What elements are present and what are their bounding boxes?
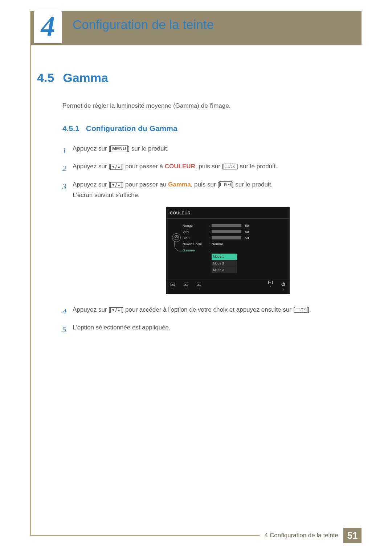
down-icon: ▾▾ bbox=[184, 283, 188, 290]
step-2: 2 Appuyez sur [▼/▲] pour passer à COULEU… bbox=[62, 161, 353, 175]
footer-stripe bbox=[30, 535, 260, 536]
up-down-arrow-icon: ▼/▲ bbox=[110, 182, 122, 188]
slider-bar bbox=[212, 236, 241, 239]
svg-rect-2 bbox=[221, 183, 225, 186]
step-body: Appuyez sur [▼/▲] pour passer à COULEUR,… bbox=[73, 161, 353, 172]
page-footer: 4 Configuration de la teinte 51 bbox=[30, 528, 362, 543]
section-title: Gamma bbox=[63, 71, 108, 85]
step-body: L'option sélectionnée est appliquée. bbox=[73, 323, 353, 333]
palette-icon bbox=[172, 233, 181, 242]
enter-source-icon: / bbox=[224, 164, 236, 169]
subsection-heading: 4.5.1Configuration du Gamma bbox=[62, 124, 353, 133]
target-couleur: COULEUR bbox=[165, 163, 195, 170]
osd-row-nuance: Nuance coul.: Normal bbox=[183, 241, 286, 247]
steps-list: 1 Appuyez sur [MENU] sur le produit. 2 A… bbox=[62, 144, 353, 336]
up-icon: ▴▾ bbox=[197, 283, 201, 290]
step-text: Appuyez sur [ bbox=[73, 181, 110, 188]
osd-label: Rouge bbox=[183, 223, 209, 229]
sidebar-stripe bbox=[30, 11, 31, 536]
step-text: , puis sur [ bbox=[195, 163, 224, 170]
osd-screenshot: COULEUR Rouge: 50 bbox=[166, 207, 290, 294]
subsection-title: Configuration du Gamma bbox=[86, 124, 177, 132]
step-number: 3 bbox=[62, 180, 73, 193]
step-text: ] sur le produit. bbox=[232, 181, 273, 188]
page-number: 51 bbox=[343, 528, 362, 543]
osd-label: Bleu bbox=[183, 235, 209, 241]
subsection-number: 4.5.1 bbox=[62, 124, 79, 132]
up-down-arrow-icon: ▼/▲ bbox=[110, 164, 122, 170]
enter-icon: ↵▾ bbox=[268, 281, 273, 292]
osd-footer: ◂▾ ▾▾ ▴▾ ↵▾ ⏻▾ bbox=[166, 279, 290, 294]
step-number: 1 bbox=[62, 144, 73, 157]
osd-gamma-dropdown: Mode 1 Mode 2 Mode 3 bbox=[212, 253, 237, 273]
osd-value: 50 bbox=[245, 235, 249, 241]
step-text: ] sur le produit. bbox=[128, 145, 168, 152]
svg-rect-0 bbox=[225, 165, 229, 168]
step-body: Appuyez sur [▼/▲] pour accéder à l'optio… bbox=[73, 305, 353, 315]
power-icon: ⏻▾ bbox=[281, 281, 285, 292]
section-heading: 4.5Gamma bbox=[37, 71, 353, 85]
step-number: 5 bbox=[62, 323, 73, 336]
osd-row-bleu: Bleu: 50 bbox=[183, 235, 286, 241]
osd-rows: Rouge: 50 Vert: 50 Bleu: bbox=[183, 222, 286, 273]
dropdown-option: Mode 3 bbox=[212, 267, 237, 273]
step-text: ]. bbox=[307, 306, 311, 313]
step-body: Appuyez sur [▼/▲] pour passer au Gamma, … bbox=[73, 180, 353, 300]
enter-source-icon: / bbox=[219, 181, 232, 187]
osd-value: 50 bbox=[245, 223, 249, 229]
step-text: Appuyez sur [ bbox=[73, 306, 110, 313]
osd-row-gamma: Gamma: bbox=[183, 247, 286, 253]
osd-body: Rouge: 50 Vert: 50 Bleu: bbox=[166, 219, 290, 279]
osd-arc-line bbox=[174, 241, 183, 251]
osd-label: Nuance coul. bbox=[183, 241, 209, 247]
step-text: , puis sur [ bbox=[191, 181, 219, 188]
osd-row-rouge: Rouge: 50 bbox=[183, 222, 286, 229]
chapter-title: Configuration de la teinte bbox=[73, 17, 214, 32]
osd-left-column bbox=[170, 222, 183, 273]
dropdown-option-selected: Mode 1 bbox=[212, 253, 237, 260]
chapter-badge: 4 bbox=[34, 9, 62, 43]
section-number: 4.5 bbox=[37, 71, 54, 85]
section-content: 4.5Gamma Permet de régler la luminosité … bbox=[37, 71, 353, 341]
step-4: 4 Appuyez sur [▼/▲] pour accéder à l'opt… bbox=[62, 305, 353, 318]
osd-label: Gamma bbox=[183, 247, 209, 253]
back-icon: ◂▾ bbox=[171, 283, 175, 290]
step-text: L'écran suivant s'affiche. bbox=[73, 192, 140, 198]
step-text: ] pour passer à bbox=[122, 163, 165, 170]
slider-bar bbox=[212, 224, 241, 227]
step-text: ] sur le produit. bbox=[236, 163, 277, 170]
step-1: 1 Appuyez sur [MENU] sur le produit. bbox=[62, 144, 353, 157]
step-body: Appuyez sur [MENU] sur le produit. bbox=[73, 144, 353, 154]
osd-label: Vert bbox=[183, 229, 209, 235]
step-text: ] pour accéder à l'option de votre choix… bbox=[122, 306, 295, 313]
step-5: 5 L'option sélectionnée est appliquée. bbox=[62, 323, 353, 336]
menu-button-icon: MENU bbox=[110, 145, 128, 152]
enter-source-icon: / bbox=[295, 307, 307, 313]
osd-value: Normal bbox=[212, 241, 223, 247]
dropdown-option: Mode 2 bbox=[212, 260, 237, 267]
footer-chapter-text: 4 Configuration de la teinte bbox=[260, 532, 343, 539]
osd-title: COULEUR bbox=[166, 207, 290, 219]
target-gamma: Gamma bbox=[168, 181, 191, 188]
osd-row-vert: Vert: 50 bbox=[183, 229, 286, 235]
step-number: 4 bbox=[62, 305, 73, 318]
slider-bar bbox=[212, 230, 241, 233]
osd-value: 50 bbox=[245, 229, 249, 235]
step-3: 3 Appuyez sur [▼/▲] pour passer au Gamma… bbox=[62, 180, 353, 300]
svg-rect-4 bbox=[296, 308, 300, 311]
step-text: Appuyez sur [ bbox=[73, 163, 110, 170]
section-intro: Permet de régler la luminosité moyenne (… bbox=[62, 102, 353, 110]
step-text: Appuyez sur [ bbox=[73, 145, 110, 152]
step-number: 2 bbox=[62, 161, 73, 175]
step-text: ] pour passer au bbox=[122, 181, 168, 188]
up-down-arrow-icon: ▼/▲ bbox=[110, 307, 122, 313]
chapter-number: 4 bbox=[41, 10, 55, 42]
